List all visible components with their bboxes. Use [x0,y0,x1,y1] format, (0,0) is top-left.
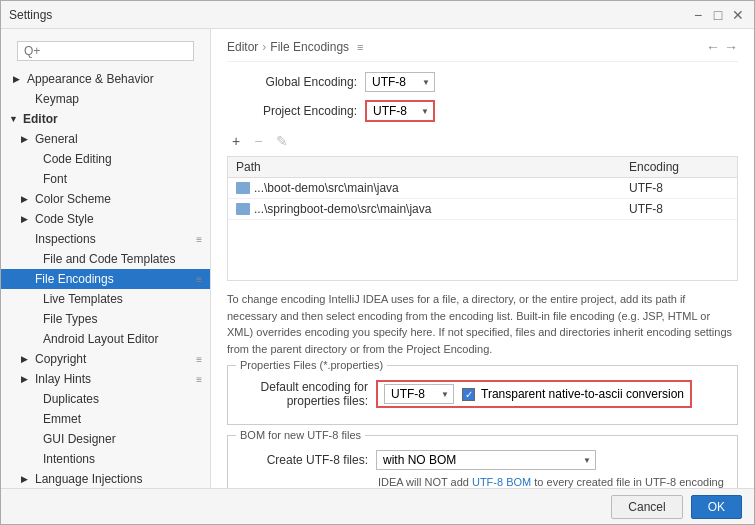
breadcrumb-parent: Editor [227,40,258,54]
chevron-right-icon: ▶ [21,134,31,144]
chevron-down-icon: ▼ [9,114,19,124]
maximize-button[interactable]: □ [710,7,726,23]
inspections-badge: ≡ [196,234,202,245]
project-encoding-value: UTF-8 [373,104,407,118]
properties-encoding-highlighted: UTF-8 ✓ Transparent native-to-ascii conv… [376,380,692,408]
remove-button[interactable]: − [249,130,267,152]
global-encoding-label: Global Encoding: [227,75,357,89]
back-button[interactable]: ← [706,39,720,55]
table-row[interactable]: ...\springboot-demo\src\main\java UTF-8 [228,199,737,220]
sidebar-item-code-style[interactable]: ▶ Code Style [1,209,210,229]
panel-header: Editor › File Encodings ≡ ← → [227,39,738,62]
chevron-right-icon: ▶ [21,354,31,364]
bom-info-text: IDEA will NOT add UTF-8 BOM to every cre… [238,476,724,488]
chevron-right-icon: ▶ [13,74,23,84]
sidebar-item-font[interactable]: Font [1,169,210,189]
sidebar-item-label: Inlay Hints [35,372,91,386]
sidebar-item-code-editing[interactable]: Code Editing [1,149,210,169]
path-value: ...\boot-demo\src\main\java [254,181,399,195]
sidebar-item-label: File Types [43,312,97,326]
bom-info-row: IDEA will NOT add UTF-8 BOM to every cre… [238,476,727,488]
sidebar-item-label: Inspections [35,232,96,246]
create-utf8-dropdown[interactable]: with NO BOM [376,450,596,470]
sidebar-item-label: Color Scheme [35,192,111,206]
minimize-button[interactable]: − [690,7,706,23]
sidebar-item-emmet[interactable]: Emmet [1,409,210,429]
bom-info-prefix: IDEA will NOT add [378,476,472,488]
sidebar-item-label: Code Style [35,212,94,226]
breadcrumb: Editor › File Encodings ≡ [227,40,364,54]
sidebar-item-inspections[interactable]: Inspections ≡ [1,229,210,249]
sidebar-item-keymap[interactable]: Keymap [1,89,210,109]
toolbar-row: + − ✎ [227,130,738,152]
sidebar-item-appearance[interactable]: ▶ Appearance & Behavior [1,69,210,89]
sidebar-item-label: Duplicates [43,392,99,406]
sidebar-item-editor[interactable]: ▼ Editor [1,109,210,129]
bom-section: BOM for new UTF-8 files Create UTF-8 fil… [227,435,738,488]
sidebar-item-label: File Encodings [35,272,114,286]
add-button[interactable]: + [227,130,245,152]
sidebar-item-label: Emmet [43,412,81,426]
properties-encoding-dropdown[interactable]: UTF-8 [384,384,454,404]
breadcrumb-menu-icon[interactable]: ≡ [357,41,363,53]
bottom-bar: Cancel OK [1,488,754,524]
path-cell: ...\boot-demo\src\main\java [236,181,629,195]
path-cell: ...\springboot-demo\src\main\java [236,202,629,216]
create-utf8-label: Create UTF-8 files: [238,453,368,467]
settings-window: Settings − □ ✕ ▶ Appearance & Behavior K… [0,0,755,525]
properties-encoding-value: UTF-8 [391,387,425,401]
sidebar-item-language-injections[interactable]: ▶ Language Injections [1,469,210,488]
search-input[interactable] [17,41,194,61]
sidebar-item-duplicates[interactable]: Duplicates [1,389,210,409]
edit-button[interactable]: ✎ [271,130,293,152]
breadcrumb-current: File Encodings [270,40,349,54]
cancel-button[interactable]: Cancel [611,495,682,519]
sidebar-item-label: Intentions [43,452,95,466]
global-encoding-dropdown[interactable]: UTF-8 [365,72,435,92]
main-content: ▶ Appearance & Behavior Keymap ▼ Editor … [1,29,754,488]
sidebar-item-label: GUI Designer [43,432,116,446]
sidebar-item-label: Language Injections [35,472,142,486]
sidebar-item-inlay-hints[interactable]: ▶ Inlay Hints ≡ [1,369,210,389]
sidebar-item-file-code-templates[interactable]: File and Code Templates [1,249,210,269]
sidebar-item-label: Appearance & Behavior [27,72,154,86]
forward-button[interactable]: → [724,39,738,55]
sidebar-item-general[interactable]: ▶ General [1,129,210,149]
transparent-label: Transparent native-to-ascii conversion [481,387,684,401]
sidebar-item-label: Android Layout Editor [43,332,158,346]
titlebar: Settings − □ ✕ [1,1,754,29]
sidebar-item-gui-designer[interactable]: GUI Designer [1,429,210,449]
sidebar-item-intentions[interactable]: Intentions [1,449,210,469]
path-value: ...\springboot-demo\src\main\java [254,202,431,216]
sidebar-item-live-templates[interactable]: Live Templates [1,289,210,309]
sidebar-item-label: File and Code Templates [43,252,176,266]
sidebar-item-label: General [35,132,78,146]
properties-section: Properties Files (*.properties) Default … [227,365,738,425]
table-row[interactable]: ...\boot-demo\src\main\java UTF-8 [228,178,737,199]
table-header: Path Encoding [228,157,737,178]
sidebar-item-label: Copyright [35,352,86,366]
properties-section-title: Properties Files (*.properties) [236,359,387,371]
create-utf8-value: with NO BOM [383,453,456,467]
nav-arrows: ← → [706,39,738,55]
info-text: To change encoding IntelliJ IDEA uses fo… [227,291,738,357]
bom-link[interactable]: UTF-8 BOM [472,476,531,488]
table-empty-area [228,220,737,280]
folder-icon [236,182,250,194]
ok-button[interactable]: OK [691,495,742,519]
sidebar-item-file-encodings[interactable]: File Encodings ≡ [1,269,210,289]
sidebar-item-android-layout-editor[interactable]: Android Layout Editor [1,329,210,349]
create-utf8-row: Create UTF-8 files: with NO BOM [238,450,727,470]
sidebar-item-color-scheme[interactable]: ▶ Color Scheme [1,189,210,209]
close-button[interactable]: ✕ [730,7,746,23]
search-box [9,37,202,65]
transparent-checkbox-row: ✓ Transparent native-to-ascii conversion [462,387,684,401]
sidebar-item-label: Keymap [35,92,79,106]
bom-section-title: BOM for new UTF-8 files [236,429,365,441]
chevron-right-icon: ▶ [21,214,31,224]
encoding-value: UTF-8 [629,181,729,195]
sidebar-item-copyright[interactable]: ▶ Copyright ≡ [1,349,210,369]
sidebar-item-file-types[interactable]: File Types [1,309,210,329]
project-encoding-dropdown[interactable]: UTF-8 [365,100,435,122]
transparent-checkbox[interactable]: ✓ [462,388,475,401]
